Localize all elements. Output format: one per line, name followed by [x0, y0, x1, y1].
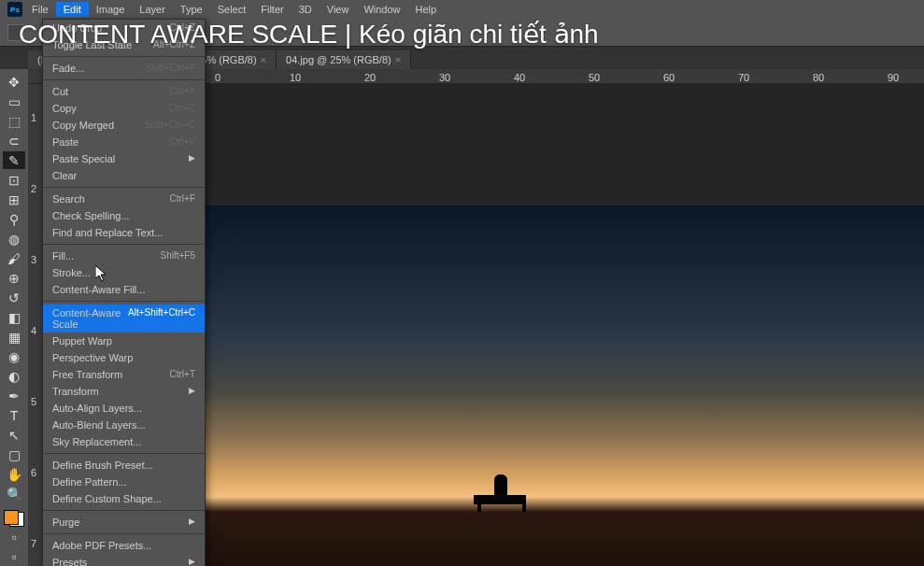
- tab-label: 04.jpg @ 25% (RGB/8): [286, 54, 391, 65]
- menu-3d[interactable]: 3D: [291, 2, 320, 17]
- menu-item-check-spelling[interactable]: Check Spelling...: [43, 207, 205, 224]
- menu-item-search[interactable]: SearchCtrl+F: [43, 191, 205, 207]
- menu-item-label: Purge: [52, 516, 79, 528]
- move-tool[interactable]: ✥: [3, 73, 25, 91]
- menu-item-auto-align-layers: Auto-Align Layers...: [43, 400, 205, 417]
- ruler-vertical[interactable]: 1234567: [28, 84, 43, 566]
- menu-item-label: Paste: [52, 136, 78, 148]
- path-tool[interactable]: ↖: [3, 426, 25, 444]
- menu-item-label: Content-Aware Scale: [52, 307, 128, 330]
- menu-item-content-aware-fill: Content-Aware Fill...: [43, 281, 205, 298]
- artboard-tool[interactable]: ▭: [3, 92, 25, 110]
- menu-item-puppet-warp[interactable]: Puppet Warp: [43, 333, 205, 349]
- menu-item-label: Perspective Warp: [52, 352, 133, 363]
- menubar: Ps FileEditImageLayerTypeSelectFilter3DV…: [0, 0, 924, 19]
- menu-item-label: Auto-Blend Layers...: [52, 419, 146, 431]
- menu-type[interactable]: Type: [173, 2, 210, 17]
- menu-item-presets[interactable]: Presets▶: [43, 554, 205, 566]
- menu-item-stroke[interactable]: Stroke...: [43, 264, 205, 281]
- menu-item-clear: Clear: [43, 167, 205, 184]
- menu-image[interactable]: Image: [89, 2, 133, 17]
- zoom-tool[interactable]: 🔍: [3, 485, 25, 502]
- frame-tool[interactable]: ⊞: [3, 191, 25, 208]
- hand-tool[interactable]: ✋: [3, 465, 25, 483]
- menu-item-find-and-replace-text[interactable]: Find and Replace Text...: [43, 224, 205, 241]
- screen-mode-icon[interactable]: ▫: [3, 548, 25, 566]
- close-icon[interactable]: ×: [395, 54, 401, 65]
- dodge-tool[interactable]: ◐: [3, 367, 25, 385]
- menu-item-auto-blend-layers: Auto-Blend Layers...: [43, 417, 205, 433]
- rect-tool[interactable]: ▢: [3, 446, 25, 463]
- menu-item-adobe-pdf-presets[interactable]: Adobe PDF Presets...: [43, 537, 205, 554]
- chevron-right-icon: ▶: [189, 386, 195, 397]
- menu-item-perspective-warp: Perspective Warp: [43, 349, 205, 366]
- menu-file[interactable]: File: [24, 2, 56, 17]
- menu-item-label: Paste Special: [52, 153, 115, 164]
- menu-item-paste-special: Paste Special▶: [43, 150, 205, 167]
- menu-item-label: Copy: [52, 103, 77, 114]
- menu-item-sky-replacement[interactable]: Sky Replacement...: [43, 433, 205, 450]
- menu-item-label: Content-Aware Fill...: [52, 284, 145, 295]
- app-logo-icon: Ps: [7, 2, 22, 17]
- chevron-right-icon: ▶: [189, 153, 195, 164]
- menu-item-define-custom-shape: Define Custom Shape...: [43, 490, 205, 507]
- menu-item-free-transform[interactable]: Free TransformCtrl+T: [43, 366, 205, 383]
- menu-item-label: Define Pattern...: [52, 476, 127, 488]
- menu-item-label: Sky Replacement...: [52, 436, 141, 447]
- heal-tool[interactable]: ◍: [3, 230, 25, 248]
- menu-window[interactable]: Window: [356, 2, 407, 17]
- menu-item-copy-merged: Copy MergedShift+Ctrl+C: [43, 117, 205, 134]
- menu-filter[interactable]: Filter: [253, 2, 291, 17]
- menu-item-cut: CutCtrl+X: [43, 83, 205, 100]
- menu-item-label: Copy Merged: [52, 120, 114, 131]
- type-tool[interactable]: T: [3, 406, 25, 424]
- chevron-right-icon: ▶: [189, 516, 195, 528]
- menu-item-label: Find and Replace Text...: [52, 227, 163, 238]
- eraser-tool[interactable]: ◧: [3, 308, 25, 326]
- menu-item-paste: PasteCtrl+V: [43, 134, 205, 150]
- menu-help[interactable]: Help: [408, 2, 445, 17]
- shortcut-label: Shift+F5: [160, 250, 195, 262]
- gradient-tool[interactable]: ▦: [3, 328, 25, 346]
- menu-item-transform[interactable]: Transform▶: [43, 383, 205, 400]
- menu-item-define-brush-preset[interactable]: Define Brush Preset...: [43, 457, 205, 474]
- menu-item-define-pattern[interactable]: Define Pattern...: [43, 474, 205, 490]
- crop-tool[interactable]: ⊡: [3, 171, 25, 189]
- quick-select-tool[interactable]: ✎: [3, 151, 25, 169]
- history-brush-tool[interactable]: ↺: [3, 289, 25, 306]
- menu-item-content-aware-scale[interactable]: Content-Aware ScaleAlt+Shift+Ctrl+C: [43, 304, 205, 333]
- blur-tool[interactable]: ◉: [3, 347, 25, 365]
- pen-tool[interactable]: ✒: [3, 387, 25, 404]
- menu-item-fill[interactable]: Fill...Shift+F5: [43, 248, 205, 264]
- document-tab[interactable]: 04.jpg @ 25% (RGB/8)×: [277, 50, 411, 69]
- edit-mode-icon[interactable]: ▫: [3, 529, 25, 546]
- edit-dropdown-menu: Undo CropCtrl+ZToggle Last StateAlt+Ctrl…: [42, 19, 206, 566]
- color-swatch[interactable]: [4, 510, 24, 526]
- menu-view[interactable]: View: [320, 2, 357, 17]
- shortcut-label: Ctrl+C: [168, 103, 195, 114]
- menu-item-label: Stroke...: [52, 267, 91, 278]
- menu-item-label: Define Custom Shape...: [52, 493, 162, 504]
- menu-item-purge[interactable]: Purge▶: [43, 514, 205, 531]
- menu-item-label: Define Brush Preset...: [52, 460, 153, 471]
- menu-item-label: Fill...: [52, 250, 74, 262]
- menu-item-label: Puppet Warp: [52, 335, 112, 347]
- menu-item-label: Fade...: [52, 63, 84, 74]
- menu-edit[interactable]: Edit: [56, 2, 89, 17]
- eyedropper-tool[interactable]: ⚲: [3, 210, 25, 228]
- menu-item-label: Free Transform: [52, 369, 122, 380]
- marquee-tool[interactable]: ⬚: [3, 112, 25, 130]
- clone-tool[interactable]: ⊕: [3, 269, 25, 287]
- menu-item-label: Cut: [52, 86, 68, 97]
- photo-sunset: [174, 205, 924, 566]
- shortcut-label: Shift+Ctrl+C: [145, 120, 195, 131]
- close-icon[interactable]: ×: [261, 54, 266, 65]
- menu-layer[interactable]: Layer: [132, 2, 173, 17]
- lasso-tool[interactable]: ⊂: [3, 132, 25, 149]
- brush-tool[interactable]: 🖌: [3, 249, 25, 267]
- menu-item-label: Adobe PDF Presets...: [52, 540, 151, 551]
- menu-item-label: Clear: [52, 170, 77, 181]
- menu-select[interactable]: Select: [210, 2, 254, 17]
- chevron-right-icon: ▶: [189, 557, 195, 566]
- tools-panel: ✥▭⬚⊂✎⊡⊞⚲◍🖌⊕↺◧▦◉◐✒T↖▢✋🔍▫▫: [0, 69, 28, 566]
